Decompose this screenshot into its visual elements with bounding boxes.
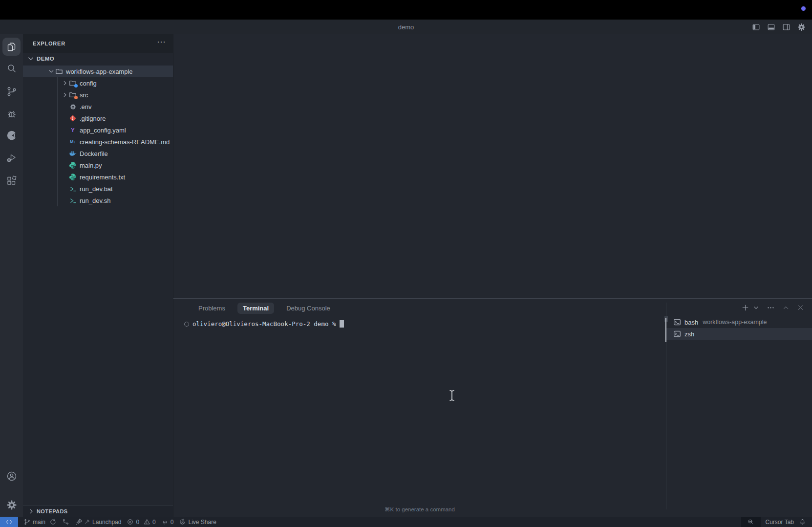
file-label: run_dev.sh bbox=[80, 197, 110, 204]
sidebar-item-source-control[interactable] bbox=[2, 82, 21, 100]
git-graph-status-item[interactable] bbox=[62, 518, 69, 526]
toggle-panel-icon[interactable] bbox=[767, 22, 776, 32]
sidebar-item-run-and-debug[interactable] bbox=[2, 149, 21, 167]
command-decoration-icon bbox=[184, 322, 189, 327]
close-panel-icon[interactable] bbox=[797, 304, 804, 311]
maximize-panel-icon[interactable] bbox=[782, 304, 790, 311]
chevron-down-icon bbox=[27, 55, 35, 63]
remote-indicator[interactable] bbox=[0, 517, 18, 527]
tree-row-env[interactable]: .env bbox=[23, 101, 173, 112]
file-label: Dockerfile bbox=[80, 150, 108, 157]
chevron-right-icon bbox=[28, 508, 35, 515]
tree-row-requirements-txt[interactable]: requirements.txt bbox=[23, 171, 173, 183]
section-label: DEMO bbox=[37, 56, 54, 62]
tree-row-main-py[interactable]: main.py bbox=[23, 159, 173, 171]
sidebar-item-cursor-extension[interactable] bbox=[2, 126, 21, 144]
tree-row-src[interactable]: src bbox=[23, 89, 173, 101]
tree-row-readme-md[interactable]: M↓ creating-schemas-README.md bbox=[23, 136, 173, 148]
toggle-secondary-sidebar-icon[interactable] bbox=[782, 22, 791, 32]
explorer-title: EXPLORER bbox=[33, 41, 65, 46]
terminal-prompt-line: oliviero@Olivieros-MacBook-Pro-2 demo % bbox=[184, 320, 344, 328]
title-bar: demo bbox=[0, 20, 812, 34]
python-icon bbox=[69, 173, 77, 181]
tree-row-gitignore[interactable]: .gitignore bbox=[23, 112, 173, 124]
error-icon bbox=[127, 518, 134, 526]
warning-count: 0 bbox=[152, 519, 156, 526]
terminal-tabs-list: bash workflows-app-example zsh bbox=[666, 316, 812, 517]
bell-icon[interactable] bbox=[799, 518, 806, 526]
source-control-icon bbox=[6, 86, 18, 97]
sidebar-item-explorer[interactable] bbox=[2, 38, 21, 56]
sidebar-item-extensions[interactable] bbox=[2, 172, 21, 190]
files-icon bbox=[6, 41, 18, 53]
terminal-icon bbox=[673, 318, 681, 326]
sync-icon bbox=[49, 518, 57, 526]
terminal-list-item-zsh[interactable]: zsh bbox=[666, 328, 812, 340]
circle-notch-icon bbox=[5, 129, 18, 142]
tree-row-run-dev-bat[interactable]: run_dev.bat bbox=[23, 183, 173, 195]
file-label: workflows-app-example bbox=[66, 68, 133, 75]
terminal-prompt-text: oliviero@Olivieros-MacBook-Pro-2 demo % bbox=[192, 320, 336, 328]
more-actions-icon[interactable]: ⋯ bbox=[157, 37, 166, 47]
editor-area[interactable] bbox=[173, 34, 812, 298]
problems-status-item[interactable]: 0 0 bbox=[127, 518, 155, 526]
section-demo[interactable]: DEMO bbox=[23, 53, 173, 65]
live-share-status-item[interactable]: Live Share bbox=[179, 518, 216, 526]
python-icon bbox=[69, 161, 77, 169]
file-label: run_dev.bat bbox=[80, 185, 113, 193]
tree-row-run-dev-sh[interactable]: run_dev.sh bbox=[23, 195, 173, 206]
sidebar-item-search[interactable] bbox=[2, 59, 21, 77]
titlebar-actions bbox=[751, 20, 806, 34]
terminal-viewport[interactable]: oliviero@Olivieros-MacBook-Pro-2 demo % … bbox=[173, 316, 666, 517]
notepads-section[interactable]: NOTEPADS bbox=[23, 505, 173, 517]
sidebar-item-debug[interactable] bbox=[2, 105, 21, 123]
file-tree: workflows-app-example config src .env .g… bbox=[23, 66, 173, 206]
error-count: 0 bbox=[136, 519, 139, 526]
file-label: src bbox=[80, 91, 88, 99]
tree-row-dockerfile[interactable]: Dockerfile bbox=[23, 148, 173, 159]
git-diamond-icon bbox=[69, 114, 77, 122]
file-label: creating-schemas-README.md bbox=[80, 138, 170, 146]
tab-problems[interactable]: Problems bbox=[193, 303, 231, 314]
tree-row-app-config-yaml[interactable]: Y app_config.yaml bbox=[23, 124, 173, 136]
file-label: app_config.yaml bbox=[80, 127, 126, 134]
recording-indicator-dot bbox=[801, 6, 806, 11]
tab-debug-console[interactable]: Debug Console bbox=[281, 303, 336, 314]
cursor-tab-status-item[interactable]: Cursor Tab bbox=[766, 519, 794, 526]
tab-terminal[interactable]: Terminal bbox=[237, 303, 274, 314]
git-branch-icon bbox=[23, 518, 31, 526]
toggle-primary-sidebar-icon[interactable] bbox=[751, 22, 761, 32]
panel-more-icon[interactable] bbox=[767, 304, 775, 312]
settings-gear-icon[interactable] bbox=[797, 22, 806, 32]
explorer-header: EXPLORER ⋯ bbox=[23, 34, 173, 53]
config-badge bbox=[74, 84, 78, 88]
terminal-list-item-bash[interactable]: bash workflows-app-example bbox=[666, 316, 812, 328]
file-label: config bbox=[80, 80, 97, 87]
cmd-k-hint: ⌘K to generate a command bbox=[173, 506, 666, 513]
terminal-name: bash bbox=[684, 319, 698, 326]
file-label: .env bbox=[80, 103, 92, 110]
new-terminal-icon[interactable] bbox=[741, 304, 749, 312]
src-badge bbox=[74, 96, 78, 99]
yaml-icon: Y bbox=[71, 128, 74, 133]
ports-status-item[interactable]: 0 bbox=[161, 518, 174, 526]
tree-row-config[interactable]: config bbox=[23, 77, 173, 89]
zoom-out-icon bbox=[747, 518, 754, 526]
file-label: requirements.txt bbox=[80, 174, 125, 181]
tree-row-workflows-app-example[interactable]: workflows-app-example bbox=[23, 66, 173, 77]
vscode-window: demo EXPLORER ⋯ DEMO bbox=[0, 0, 812, 527]
launchpad-status-item[interactable]: Launchpad bbox=[75, 518, 121, 526]
terminal-cursor bbox=[340, 320, 344, 328]
accounts-button[interactable] bbox=[2, 467, 21, 485]
zoom-status-item[interactable] bbox=[741, 517, 761, 527]
file-label: main.py bbox=[80, 162, 102, 169]
branch-status-item[interactable]: main bbox=[23, 518, 57, 526]
warning-icon bbox=[143, 518, 150, 526]
chevron-down-icon bbox=[48, 68, 55, 75]
terminal-profile-chevron-icon[interactable] bbox=[753, 305, 759, 311]
manage-settings-button[interactable] bbox=[2, 496, 21, 514]
status-bar: main Launchpad 0 0 0 Live Share bbox=[0, 517, 812, 527]
run-and-debug-icon bbox=[6, 152, 18, 164]
git-graph-icon bbox=[62, 518, 69, 526]
live-share-icon bbox=[179, 518, 186, 526]
